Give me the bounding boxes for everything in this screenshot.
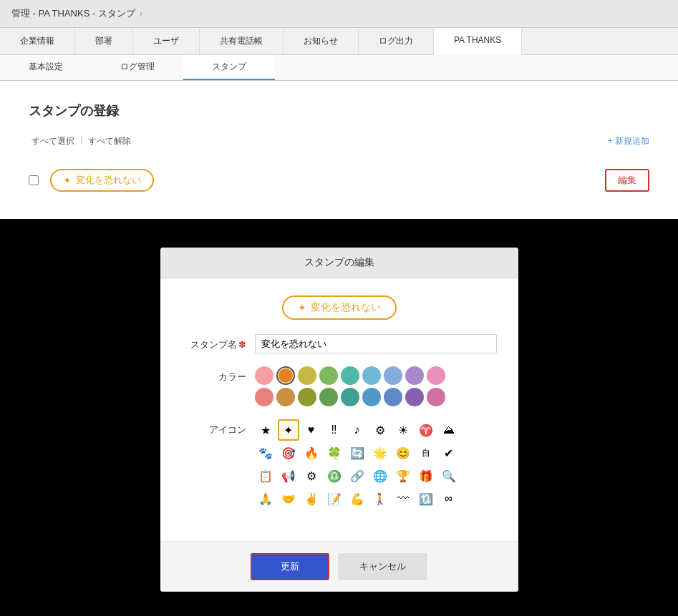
- add-new-button[interactable]: + 新規追加: [608, 135, 649, 147]
- color-swatch-r2c6[interactable]: [362, 388, 381, 406]
- icon-peace[interactable]: ✌: [301, 488, 322, 509]
- action-bar: すべて選択 | すべて解除 + 新規追加: [29, 134, 649, 149]
- color-swatch-r1c9[interactable]: [427, 366, 445, 385]
- color-swatch-r2c1[interactable]: [255, 388, 273, 406]
- select-all-button[interactable]: すべて選択: [29, 134, 77, 149]
- icon-star2[interactable]: 🌟: [369, 442, 391, 464]
- cancel-button[interactable]: キャンセル: [338, 553, 427, 580]
- icon-sun[interactable]: ☀: [392, 419, 414, 441]
- update-button[interactable]: 更新: [251, 553, 329, 580]
- nav-item-phonebook[interactable]: 共有電話帳: [200, 28, 284, 54]
- icon-exclaim[interactable]: ‼: [324, 419, 345, 441]
- icon-walk[interactable]: 🚶: [369, 488, 391, 509]
- icon-infinity[interactable]: ∞: [438, 488, 460, 509]
- icon-check[interactable]: ✔: [438, 442, 460, 464]
- stamp-preview-icon: ✦: [298, 302, 306, 313]
- stamp-tag-icon: ✦: [63, 175, 72, 186]
- stamp-preview-label: 変化を恐れない: [311, 301, 381, 314]
- color-swatch-r2c3[interactable]: [298, 388, 316, 406]
- icon-fire[interactable]: 🔥: [301, 442, 322, 464]
- icon-cycle[interactable]: 🔄: [347, 442, 368, 464]
- icon-wave[interactable]: 〰: [392, 488, 414, 509]
- deselect-all-button[interactable]: すべて解除: [85, 134, 134, 149]
- nav-item-log[interactable]: ログ出力: [359, 28, 434, 54]
- modal-footer: 更新 キャンセル: [160, 541, 518, 592]
- icon-settings[interactable]: ⚙: [301, 465, 322, 487]
- color-swatch-r2c7[interactable]: [384, 388, 402, 406]
- color-swatch-r1c1[interactable]: [255, 366, 273, 385]
- stamp-name-label: スタンプ名✽: [182, 334, 246, 351]
- nav-item-company[interactable]: 企業情報: [0, 28, 75, 54]
- page-title: スタンプの登録: [29, 102, 649, 119]
- breadcrumb: 管理 - PA THANKS - スタンプ ›: [0, 0, 678, 28]
- icon-speaker[interactable]: 📢: [278, 465, 299, 487]
- icon-smile[interactable]: 😊: [392, 442, 414, 464]
- icon-label: アイコン: [182, 419, 246, 436]
- icon-trophy[interactable]: 🏆: [392, 465, 414, 487]
- icon-aries[interactable]: ♈: [415, 419, 437, 441]
- icon-sparkle[interactable]: ✦: [278, 419, 299, 441]
- breadcrumb-arrow: ›: [140, 9, 142, 19]
- stamp-preview: ✦ 変化を恐れない: [182, 295, 497, 320]
- icon-clover[interactable]: 🍀: [324, 442, 345, 464]
- nav-item-user[interactable]: ユーザ: [133, 28, 200, 54]
- icon-muscle[interactable]: 💪: [347, 488, 368, 509]
- icon-target[interactable]: 🎯: [278, 442, 299, 464]
- icon-globe[interactable]: 🌐: [369, 465, 391, 487]
- icon-self[interactable]: 自: [415, 442, 437, 464]
- icon-row-1: ★ ✦ ♥ ‼ ♪ ⚙ ☀ ♈ ⛰: [255, 419, 497, 441]
- stamp-preview-tag: ✦ 変化を恐れない: [282, 295, 397, 320]
- color-swatch-r2c2[interactable]: [276, 388, 295, 406]
- icon-clipboard[interactable]: 📋: [255, 465, 276, 487]
- icon-gift[interactable]: 🎁: [415, 465, 437, 487]
- color-swatch-r2c9[interactable]: [427, 388, 445, 406]
- modal-body: ✦ 変化を恐れない スタンプ名✽ カラー: [160, 278, 518, 541]
- stamp-tag: ✦ 変化を恐れない: [50, 169, 154, 192]
- icon-star[interactable]: ★: [255, 419, 276, 441]
- required-mark: ✽: [238, 339, 246, 350]
- color-swatch-r1c6[interactable]: [362, 366, 381, 385]
- color-swatch-r1c5[interactable]: [341, 366, 359, 385]
- icon-search[interactable]: 🔍: [438, 465, 460, 487]
- content-area: スタンプの登録 すべて選択 | すべて解除 + 新規追加 ✦ 変化を恐れない 編…: [0, 81, 678, 219]
- color-swatch-r2c8[interactable]: [405, 388, 424, 406]
- stamp-checkbox[interactable]: [29, 175, 39, 185]
- color-swatch-r2c4[interactable]: [319, 388, 338, 406]
- stamp-name-input[interactable]: [255, 334, 497, 353]
- icon-music[interactable]: ♪: [347, 419, 368, 441]
- icon-arrows[interactable]: 🔃: [415, 488, 437, 509]
- icon-link[interactable]: 🔗: [347, 465, 368, 487]
- icon-mountain[interactable]: ⛰: [438, 419, 460, 441]
- icon-row-4: 🙏 🤝 ✌ 📝 💪 🚶 〰 🔃 ∞: [255, 488, 497, 509]
- icon-gear[interactable]: ⚙: [369, 419, 391, 441]
- nav-item-news[interactable]: お知らせ: [284, 28, 359, 54]
- color-swatch-r1c7[interactable]: [384, 366, 402, 385]
- color-label: カラー: [182, 366, 246, 383]
- nav-item-department[interactable]: 部署: [75, 28, 133, 54]
- breadcrumb-text: 管理 - PA THANKS - スタンプ: [11, 7, 135, 20]
- stamp-tag-label: 変化を恐れない: [76, 174, 141, 187]
- icon-row-3: 📋 📢 ⚙ ♎ 🔗 🌐 🏆 🎁 🔍: [255, 465, 497, 487]
- color-swatch-r1c3[interactable]: [298, 366, 316, 385]
- icon-paw[interactable]: 🐾: [255, 442, 276, 464]
- color-swatch-r1c4[interactable]: [319, 366, 338, 385]
- modal-dialog: スタンプの編集 ✦ 変化を恐れない スタンプ名✽ カラー: [160, 248, 518, 592]
- color-swatch-r2c5[interactable]: [341, 388, 359, 406]
- icon-handshake[interactable]: 🤝: [278, 488, 299, 509]
- color-row: カラー: [182, 366, 497, 406]
- icon-pray[interactable]: 🙏: [255, 488, 276, 509]
- sub-nav-log[interactable]: ログ管理: [92, 55, 183, 80]
- icon-memo[interactable]: 📝: [324, 488, 345, 509]
- color-swatch-r1c2[interactable]: [276, 366, 295, 385]
- sub-nav-basic[interactable]: 基本設定: [0, 55, 92, 80]
- icon-libra[interactable]: ♎: [324, 465, 345, 487]
- modal-overlay: スタンプの編集 ✦ 変化を恐れない スタンプ名✽ カラー: [0, 219, 678, 616]
- nav-item-pathanks[interactable]: PA THANKS: [434, 28, 522, 55]
- stamp-name-row: スタンプ名✽: [182, 334, 497, 353]
- icon-heart[interactable]: ♥: [301, 419, 322, 441]
- modal-header: スタンプの編集: [160, 248, 518, 278]
- sub-nav-stamp[interactable]: スタンプ: [183, 55, 275, 80]
- edit-button[interactable]: 編集: [605, 169, 649, 192]
- color-swatch-r1c8[interactable]: [405, 366, 424, 385]
- modal-title: スタンプの編集: [304, 256, 374, 268]
